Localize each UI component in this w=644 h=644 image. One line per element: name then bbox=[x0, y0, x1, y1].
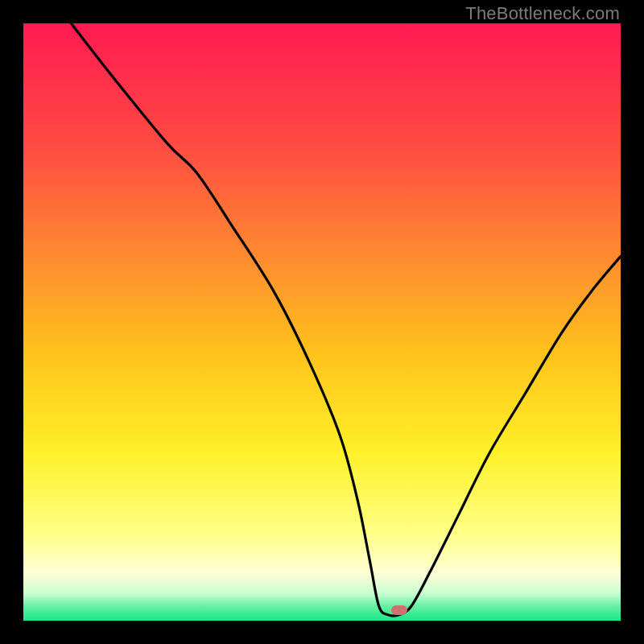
chart-background bbox=[23, 23, 621, 621]
chart-svg bbox=[23, 23, 621, 621]
marker-pill bbox=[391, 605, 407, 615]
chart-plot-area bbox=[23, 23, 621, 621]
watermark-text: TheBottleneck.com bbox=[465, 3, 620, 24]
